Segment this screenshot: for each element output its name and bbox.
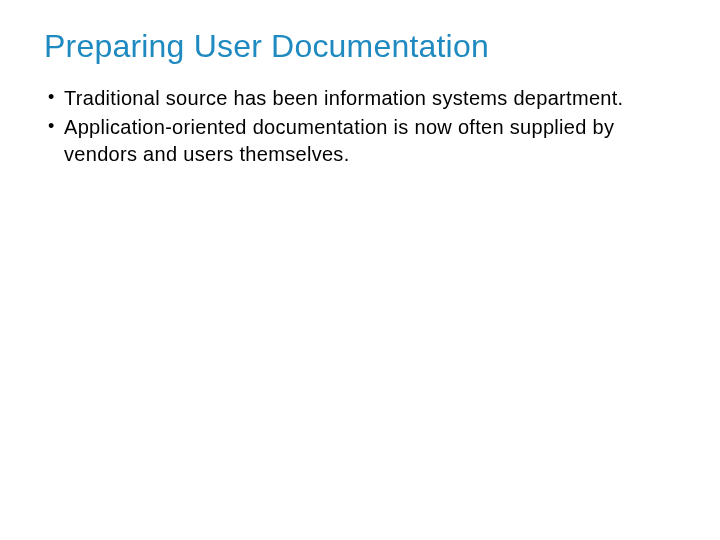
list-item: Application-oriented documentation is no… [46, 114, 680, 168]
slide-title: Preparing User Documentation [44, 28, 680, 65]
list-item: Traditional source has been information … [46, 85, 680, 112]
bullet-list: Traditional source has been information … [44, 85, 680, 168]
